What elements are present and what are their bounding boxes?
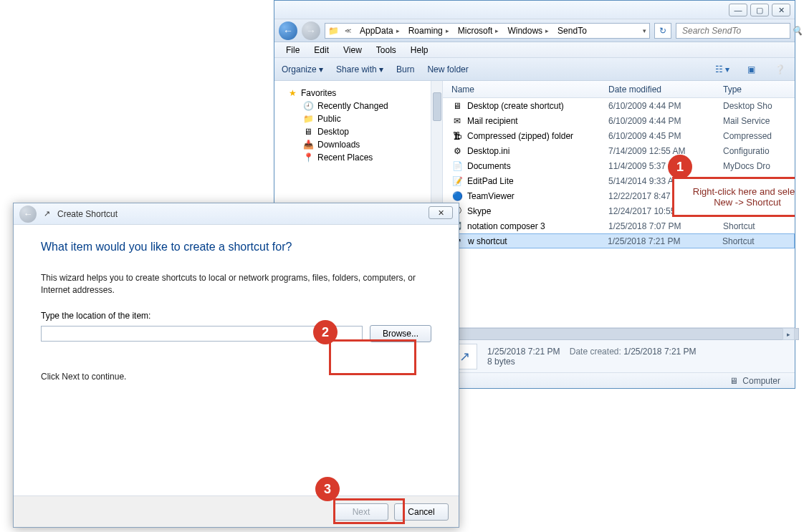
sidebar-recently-changed[interactable]: 🕘Recently Changed (274, 100, 442, 112)
wizard-heading: What item would you like to create a sho… (41, 241, 431, 253)
column-headers: Name Date modified Type (443, 81, 795, 98)
search-box[interactable]: 🔍 (676, 23, 790, 39)
shortcut-icon: ↗ (44, 209, 50, 218)
file-icon: 🖥 (451, 100, 463, 112)
scrollbar-thumb[interactable] (433, 92, 441, 121)
file-date: 6/10/2009 4:45 PM (608, 131, 723, 141)
sidebar-public[interactable]: 📁Public (274, 112, 442, 125)
file-row[interactable]: ⚙Desktop.ini7/14/2009 12:55 AMConfigurat… (443, 143, 795, 158)
help-button[interactable]: ❔ (772, 62, 788, 77)
file-type: Configuratio (723, 146, 795, 156)
folder-icon: 📁 (303, 114, 313, 124)
file-type: Desktop Sho (723, 101, 795, 111)
sidebar-downloads[interactable]: 📥Downloads (274, 138, 442, 151)
burn-button[interactable]: Burn (396, 64, 414, 74)
file-icon: 🗜 (451, 130, 463, 142)
file-type: Compressed (723, 131, 795, 141)
menu-bar: File Edit View Tools Help (274, 42, 795, 58)
scroll-right-arrow[interactable]: ▸ (783, 328, 795, 340)
preview-pane-button[interactable]: ▣ (743, 62, 759, 77)
menu-view[interactable]: View (338, 44, 368, 57)
file-name: Desktop (create shortcut) (467, 101, 564, 111)
close-button[interactable]: ✕ (772, 4, 790, 16)
address-dropdown[interactable]: ▾ (640, 24, 649, 38)
wizard-titlebar[interactable]: ← ↗ Create Shortcut ✕ (14, 203, 459, 225)
file-row[interactable]: 🖥Desktop (create shortcut)6/10/2009 4:44… (443, 98, 795, 113)
details-pane: ↗ 1/25/2018 7:21 PM Date created: 1/25/2… (443, 339, 795, 372)
col-name[interactable]: Name (443, 84, 608, 95)
crumb-roaming[interactable]: Roaming▸ (406, 24, 452, 38)
crumb-appdata[interactable]: AppData▸ (357, 24, 403, 38)
col-type[interactable]: Type (723, 84, 795, 95)
forward-button[interactable]: → (302, 21, 320, 40)
file-name: w shortcut (468, 236, 507, 246)
maximize-button[interactable]: ▢ (750, 4, 769, 16)
recent-icon: 📍 (303, 153, 313, 163)
create-shortcut-wizard: ← ↗ Create Shortcut ✕ What item would yo… (13, 203, 459, 528)
search-input[interactable] (681, 25, 792, 37)
file-name: Skype (467, 206, 491, 216)
file-row[interactable]: 📄Documents11/4/2009 5:37 PMMyDocs Dro (443, 158, 795, 173)
view-mode-button[interactable]: ☷ ▾ (714, 62, 730, 77)
wizard-close-button[interactable]: ✕ (429, 206, 453, 219)
file-date: 1/25/2018 7:21 PM (608, 236, 722, 246)
crumb-windows[interactable]: Windows▸ (504, 24, 552, 38)
organize-menu[interactable]: Organize ▾ (282, 64, 323, 74)
clock-icon: 🕘 (303, 101, 313, 111)
minimize-button[interactable]: — (729, 4, 747, 16)
file-type: Shortcut (722, 236, 794, 246)
file-icon: ⚙ (451, 145, 463, 157)
wizard-footer: Next Cancel (14, 495, 459, 527)
continue-hint: Click Next to continue. (41, 371, 431, 383)
favorites-header[interactable]: ★Favorites (274, 87, 442, 100)
annotation-marker-1: 1 (668, 155, 692, 179)
col-date[interactable]: Date modified (608, 84, 723, 95)
annotation-marker-3: 3 (315, 477, 340, 501)
file-icon: 🔵 (451, 190, 463, 202)
file-icon: ✉ (451, 115, 463, 127)
file-icon: 📝 (451, 175, 463, 187)
back-button[interactable]: ← (279, 21, 297, 40)
file-row[interactable]: ✉Mail recipient6/10/2009 4:44 PMMail Ser… (443, 113, 795, 128)
status-text: Computer (742, 376, 780, 386)
cancel-button[interactable]: Cancel (394, 503, 449, 521)
refresh-button[interactable]: ↻ (654, 23, 671, 39)
address-bar[interactable]: 📁 ≪ AppData▸ Roaming▸ Microsoft▸ Windows… (325, 23, 650, 39)
file-date: 1/25/2018 7:07 PM (608, 221, 723, 231)
menu-file[interactable]: File (280, 44, 305, 57)
file-date: 6/10/2009 4:44 PM (608, 101, 723, 111)
file-type: MyDocs Dro (723, 161, 795, 171)
file-icon: 📄 (451, 160, 463, 172)
horizontal-scrollbar[interactable]: ◂ ▸ (443, 327, 795, 339)
crumb-microsoft[interactable]: Microsoft▸ (455, 24, 502, 38)
file-row[interactable]: 🎵notation composer 31/25/2018 7:07 PMSho… (443, 218, 795, 233)
file-row[interactable]: 🗜Compressed (zipped) folder6/10/2009 4:4… (443, 128, 795, 143)
sidebar-recent-places[interactable]: 📍Recent Places (274, 151, 442, 164)
file-row[interactable]: ↗w shortcut1/25/2018 7:21 PMShortcut (443, 233, 795, 248)
file-name: notation composer 3 (467, 221, 545, 231)
menu-help[interactable]: Help (405, 44, 434, 57)
share-menu[interactable]: Share with ▾ (336, 64, 383, 74)
sidebar-desktop[interactable]: 🖥Desktop (274, 125, 442, 138)
file-list[interactable]: 🖥Desktop (create shortcut)6/10/2009 4:44… (443, 98, 795, 327)
file-name: TeamViewer (467, 191, 515, 201)
file-name: Documents (467, 161, 511, 171)
file-name: Compressed (zipped) folder (467, 131, 573, 141)
file-date: 6/10/2009 4:44 PM (608, 116, 723, 126)
computer-icon: 🖥 (729, 376, 738, 386)
file-name: Mail recipient (467, 116, 518, 126)
menu-tools[interactable]: Tools (370, 44, 402, 57)
new-folder-button[interactable]: New folder (427, 64, 468, 74)
breadcrumb-chevron[interactable]: ≪ (342, 24, 354, 38)
titlebar[interactable]: — ▢ ✕ (274, 1, 795, 19)
command-bar: Organize ▾ Share with ▾ Burn New folder … (274, 58, 795, 81)
status-bar: 🖥 Computer (443, 372, 795, 388)
menu-edit[interactable]: Edit (308, 44, 335, 57)
file-name: EditPad Lite (467, 176, 514, 186)
crumb-sendto[interactable]: SendTo (555, 24, 590, 38)
nav-bar: ← → 📁 ≪ AppData▸ Roaming▸ Microsoft▸ Win… (274, 19, 795, 42)
browse-button[interactable]: Browse... (370, 325, 431, 342)
next-button[interactable]: Next (334, 503, 388, 521)
wizard-back-button[interactable]: ← (19, 205, 37, 223)
hscroll-thumb[interactable] (455, 328, 799, 340)
